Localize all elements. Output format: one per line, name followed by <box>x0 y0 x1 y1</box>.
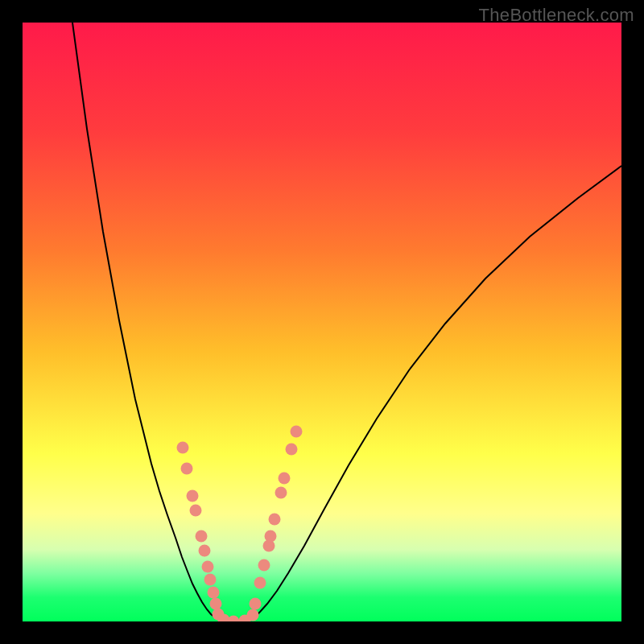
plot-area <box>23 23 621 621</box>
data-dot <box>181 463 193 475</box>
data-dot <box>187 490 199 502</box>
data-dot <box>269 514 281 526</box>
data-dot <box>250 598 262 610</box>
scatter-dots <box>177 426 303 622</box>
curve-left-arm <box>72 23 218 619</box>
chart-frame: TheBottleneck.com <box>0 0 644 644</box>
data-dot <box>208 587 220 599</box>
data-dot <box>199 545 211 557</box>
data-dot <box>286 444 298 456</box>
data-dot <box>202 561 214 573</box>
data-dot <box>204 574 217 586</box>
data-dot <box>228 616 240 622</box>
watermark-text: TheBottleneck.com <box>479 5 634 26</box>
data-dot <box>247 609 259 621</box>
data-dot <box>254 577 266 589</box>
curve-overlay <box>23 23 621 621</box>
data-dot <box>275 487 287 499</box>
data-dot <box>291 426 303 438</box>
data-dot <box>265 530 277 543</box>
curve-right-arm <box>253 166 621 619</box>
data-dot <box>190 505 202 517</box>
data-dot <box>279 473 291 485</box>
data-dot <box>177 442 189 454</box>
data-dot <box>258 559 270 572</box>
data-dot <box>196 530 208 543</box>
data-dot <box>210 598 222 610</box>
